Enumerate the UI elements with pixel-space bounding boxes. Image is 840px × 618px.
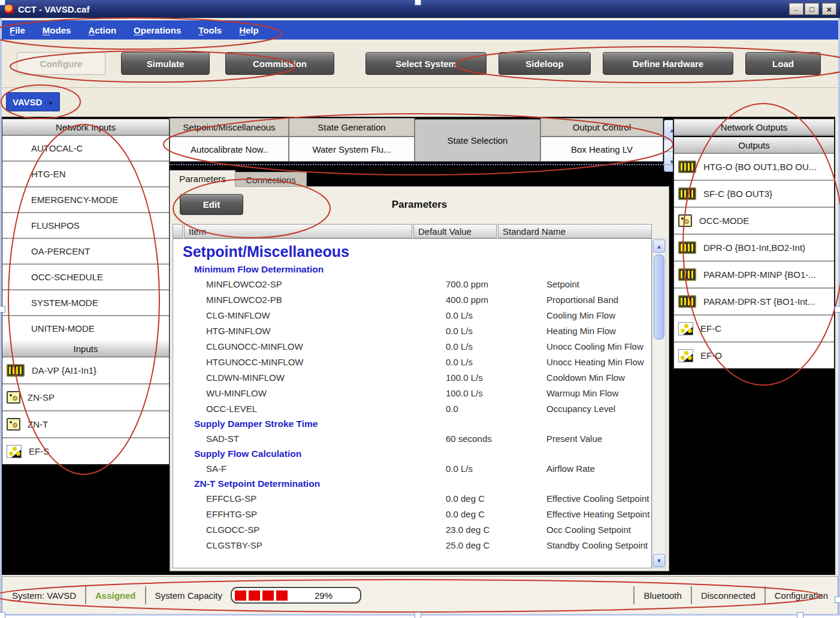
configure-button[interactable]: Configure	[17, 52, 105, 75]
table-row[interactable]: WU-MINFLOW 100.0 L/s Warmup Min Flow	[173, 386, 651, 401]
tab-parameters[interactable]: Parameters	[170, 170, 235, 187]
outputs-header: Outputs	[674, 137, 834, 154]
table-row[interactable]: SAD-ST 60 seconds Present Value	[173, 431, 651, 447]
system-dropdown[interactable]: VAVSD	[6, 92, 60, 111]
table-row[interactable]: CLGSTBY-SP 25.0 deg C Standby Cooling Se…	[173, 538, 651, 553]
selection-handle[interactable]	[835, 306, 840, 313]
load-button[interactable]: Load	[745, 52, 821, 75]
capacity-block	[262, 590, 274, 601]
minimize-icon[interactable]	[789, 3, 803, 15]
status-bluetooth[interactable]: Bluetooth	[643, 590, 681, 601]
select-system-button[interactable]: Select System	[365, 52, 487, 75]
table-row[interactable]: MINFLOWCO2-SP 700.0 ppm Setpoint	[173, 277, 651, 292]
param-default-value	[434, 477, 518, 491]
param-default-value: 0.0 L/s	[446, 461, 530, 477]
scrollbar-thumb[interactable]	[654, 255, 664, 340]
menu-item[interactable]: Action	[88, 25, 116, 35]
scroll-up-icon[interactable]	[653, 240, 665, 253]
scroll-down-icon[interactable]	[653, 554, 665, 567]
output-item[interactable]: PARAM-DPR-MINP {BO1-...	[674, 262, 834, 289]
output-item[interactable]: SF-C {BO OUT3}	[674, 181, 834, 208]
fan-icon	[678, 322, 693, 335]
output-item[interactable]: OCC-MODE	[674, 208, 834, 235]
input-item-label: EF-S	[29, 446, 49, 456]
define-hardware-button[interactable]: Define Hardware	[603, 52, 733, 75]
tab-connections[interactable]: Connections	[235, 172, 307, 187]
network-input-item[interactable]: AUTOCAL-C	[2, 136, 169, 162]
output-item[interactable]: HTG-O {BO OUT1,BO OU...	[674, 154, 834, 181]
table-row[interactable]: OCC-LEVEL 0.0 Occupancy Level	[173, 401, 651, 417]
table-row[interactable]: Supply Flow Calculation	[173, 447, 651, 461]
table-row[interactable]: CLGUNOCC-MINFLOW 0.0 L/s Unocc Cooling M…	[173, 339, 651, 355]
input-item[interactable]: EF-S	[2, 438, 169, 464]
table-row[interactable]: CLDWN-MINFLOW 100.0 L/s Cooldown Min Flo…	[173, 370, 651, 386]
network-input-item[interactable]: SYSTEM-MODE	[2, 290, 169, 316]
menu-item[interactable]: File	[10, 25, 25, 35]
selection-handle[interactable]	[797, 612, 803, 618]
tab-autocalibrate-now[interactable]: Autocalibrate Now..	[170, 137, 289, 162]
status-mode: Configuration	[775, 590, 828, 601]
menu-item[interactable]: Operations	[134, 25, 181, 35]
network-input-item[interactable]: OA-PERCENT	[2, 239, 169, 265]
hardware-icon	[678, 268, 696, 281]
input-item[interactable]: ZN-SP	[2, 384, 169, 411]
selection-handle[interactable]	[835, 596, 840, 603]
table-row[interactable]: Supply Damper Stroke Time	[173, 417, 651, 431]
status-connection: Disconnected	[701, 590, 756, 601]
output-item[interactable]: PARAM-DPR-ST {BO1-Int...	[674, 289, 834, 316]
table-row[interactable]: HTGUNOCC-MINFLOW 0.0 L/s Unocc Heating M…	[173, 355, 651, 370]
column-header-standard-name[interactable]: Standard Name	[498, 224, 652, 238]
table-scrollbar[interactable]	[652, 238, 666, 568]
selection-handle[interactable]	[0, 306, 5, 313]
menu-item[interactable]: Tools	[198, 25, 222, 35]
output-item[interactable]: DPR-O {BO1-Int,BO2-Int)	[674, 235, 834, 262]
tab-state-generation[interactable]: State Generation	[289, 118, 415, 137]
menu-item[interactable]: Help	[239, 25, 259, 35]
maximize-icon[interactable]	[805, 3, 819, 15]
table-row[interactable]: MINFLOWCO2-PB 400.0 ppm Proportional Ban…	[173, 292, 651, 308]
param-item: CLG-MINFLOW	[173, 308, 446, 323]
table-row[interactable]: CLG-MINFLOW 0.0 L/s Cooling Min Flow	[173, 308, 651, 323]
table-row[interactable]: EFFCLG-SP 0.0 deg C Effective Cooling Se…	[173, 491, 651, 507]
output-item[interactable]: EF-C	[674, 316, 834, 343]
tab-setpoint-miscellaneous[interactable]: Setpoint/Miscellaneous	[170, 118, 289, 137]
table-row[interactable]: HTG-MINFLOW 0.0 L/s Heating Min Flow	[173, 323, 651, 339]
simulate-button[interactable]: Simulate	[121, 52, 210, 75]
input-item[interactable]: DA-VP {AI1-In1}	[2, 358, 169, 384]
table-row[interactable]: ZN-T Setpoint Determination	[173, 477, 651, 491]
network-input-item[interactable]: FLUSHPOS	[2, 213, 169, 239]
sideloop-button[interactable]: Sideloop	[498, 52, 591, 75]
output-item[interactable]: EF-O	[674, 343, 834, 368]
input-item[interactable]: ZN-T	[2, 411, 169, 438]
table-row[interactable]: CLGOCC-SP 23.0 deg C Occ Cooling Setpoin…	[173, 522, 651, 538]
param-item: WU-MINFLOW	[173, 386, 446, 401]
hardware-icon	[678, 187, 696, 200]
network-input-item[interactable]: EMERGENCY-MODE	[2, 187, 169, 213]
selection-handle[interactable]	[0, 0, 5, 5]
status-divider	[765, 586, 766, 604]
param-item: MINFLOWCO2-SP	[173, 277, 446, 292]
param-default-value: 0.0 deg C	[446, 507, 530, 522]
column-header-default-value[interactable]: Default Value	[413, 224, 497, 238]
selection-handle[interactable]	[0, 612, 5, 618]
commission-button[interactable]: Commission	[225, 52, 334, 75]
tab-water-system-flush[interactable]: Water System Flu...	[289, 137, 415, 162]
tab-output-control[interactable]: Output Control	[540, 118, 663, 137]
selection-handle[interactable]	[415, 0, 421, 5]
selection-handle[interactable]	[415, 612, 421, 618]
table-row[interactable]: Minimum Flow Determination	[173, 262, 651, 277]
network-input-item[interactable]: OCC-SCHEDULE	[2, 265, 169, 290]
network-outputs-header: Network Outputs	[674, 119, 834, 136]
network-input-item[interactable]: HTG-EN	[2, 162, 169, 187]
table-row[interactable]: Setpoint/Miscellaneous	[173, 241, 651, 262]
column-header-item[interactable]: Item	[184, 224, 412, 238]
tab-state-selection-selected[interactable]: State Selection	[415, 119, 540, 162]
menu-item[interactable]: Modes	[43, 25, 71, 35]
close-icon[interactable]	[822, 3, 836, 15]
table-row[interactable]: EFFHTG-SP 0.0 deg C Effective Heating Se…	[173, 507, 651, 522]
param-standard-name	[518, 447, 651, 461]
network-input-item[interactable]: UNITEN-MODE	[2, 316, 169, 341]
tab-box-heating-lv[interactable]: Box Heating LV	[540, 137, 663, 162]
param-standard-name	[518, 262, 651, 277]
table-row[interactable]: SA-F 0.0 L/s Airflow Rate	[173, 461, 651, 477]
